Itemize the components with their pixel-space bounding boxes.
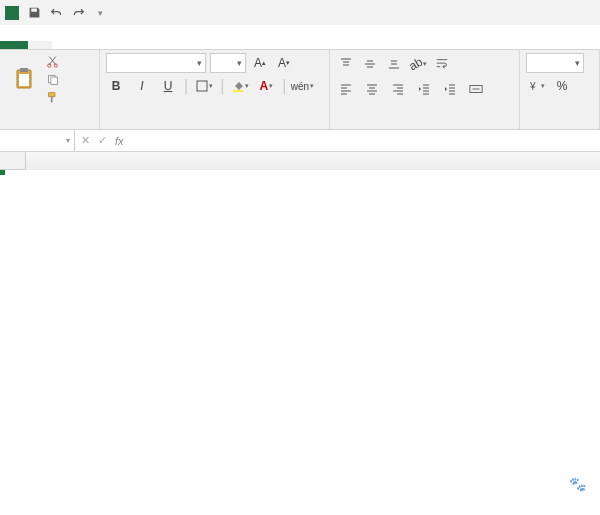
group-alignment: ab bbox=[330, 50, 520, 129]
name-box[interactable] bbox=[0, 130, 75, 151]
tab-data[interactable] bbox=[124, 41, 148, 49]
align-middle-button[interactable] bbox=[360, 54, 380, 74]
undo-icon[interactable] bbox=[49, 6, 63, 20]
clipboard-group-label bbox=[6, 125, 93, 129]
copy-icon bbox=[46, 73, 59, 86]
tab-review[interactable] bbox=[148, 41, 172, 49]
align-center-icon bbox=[366, 83, 378, 95]
indent-icon bbox=[444, 83, 456, 95]
active-cell-indicator bbox=[0, 170, 4, 174]
tab-vault[interactable] bbox=[196, 41, 220, 49]
grow-font-button[interactable]: A▴ bbox=[250, 53, 270, 73]
align-middle-icon bbox=[364, 58, 376, 70]
svg-rect-1 bbox=[20, 68, 28, 72]
tab-view[interactable] bbox=[172, 41, 196, 49]
paw-icon: 🐾 bbox=[569, 476, 586, 492]
tab-formula[interactable] bbox=[100, 41, 124, 49]
bucket-icon bbox=[232, 80, 244, 92]
italic-button[interactable]: I bbox=[132, 76, 152, 96]
paste-button[interactable] bbox=[6, 66, 42, 94]
svg-text:¥: ¥ bbox=[529, 81, 536, 92]
underline-button[interactable]: U bbox=[158, 76, 178, 96]
font-color-button[interactable]: A bbox=[256, 76, 276, 96]
format-painter-button[interactable] bbox=[46, 89, 62, 106]
fx-icon[interactable]: fx bbox=[115, 135, 124, 147]
align-bottom-button[interactable] bbox=[384, 54, 404, 74]
font-group-label bbox=[106, 125, 323, 129]
decrease-indent-button[interactable] bbox=[414, 79, 434, 99]
increase-indent-button[interactable] bbox=[440, 79, 460, 99]
clipboard-icon bbox=[12, 66, 36, 92]
border-button[interactable] bbox=[194, 76, 214, 96]
redo-icon[interactable] bbox=[71, 6, 85, 20]
tab-insert[interactable] bbox=[52, 41, 76, 49]
group-number: ¥ % bbox=[520, 50, 600, 129]
cancel-icon[interactable]: ✕ bbox=[81, 134, 90, 147]
svg-rect-7 bbox=[197, 81, 207, 91]
group-font: A▴ A▾ B I U | | A | wén bbox=[100, 50, 330, 129]
save-icon[interactable] bbox=[27, 6, 41, 20]
orientation-button[interactable]: ab bbox=[408, 54, 428, 74]
outdent-icon bbox=[418, 83, 430, 95]
wrap-icon bbox=[435, 57, 449, 71]
fill-color-button[interactable] bbox=[230, 76, 250, 96]
phonetic-button[interactable]: wén bbox=[292, 76, 312, 96]
copy-button[interactable] bbox=[46, 71, 62, 88]
ribbon-tabs bbox=[0, 25, 600, 50]
align-bottom-icon bbox=[388, 58, 400, 70]
enter-icon[interactable]: ✓ bbox=[98, 134, 107, 147]
excel-app-icon bbox=[5, 6, 19, 20]
align-group-label bbox=[336, 125, 513, 129]
align-top-button[interactable] bbox=[336, 54, 356, 74]
font-size-dropdown[interactable] bbox=[210, 53, 246, 73]
group-clipboard bbox=[0, 50, 100, 129]
accounting-format-button[interactable]: ¥ bbox=[526, 76, 546, 96]
formula-bar: ✕ ✓ fx bbox=[0, 130, 600, 152]
title-bar: ▾ bbox=[0, 0, 600, 25]
bold-button[interactable]: B bbox=[106, 76, 126, 96]
shrink-font-button[interactable]: A▾ bbox=[274, 53, 294, 73]
font-name-dropdown[interactable] bbox=[106, 53, 206, 73]
align-right-icon bbox=[392, 83, 404, 95]
merge-center-button[interactable] bbox=[466, 78, 489, 100]
merge-icon bbox=[469, 82, 483, 96]
number-format-dropdown[interactable] bbox=[526, 53, 584, 73]
number-group-label bbox=[526, 125, 593, 129]
svg-rect-8 bbox=[233, 90, 243, 92]
tab-home[interactable] bbox=[28, 41, 52, 49]
align-center-button[interactable] bbox=[362, 79, 382, 99]
border-icon bbox=[196, 80, 208, 92]
tab-file[interactable] bbox=[0, 41, 28, 49]
align-right-button[interactable] bbox=[388, 79, 408, 99]
tab-layout[interactable] bbox=[76, 41, 100, 49]
align-top-icon bbox=[340, 58, 352, 70]
wrap-text-button[interactable] bbox=[432, 53, 455, 75]
scissors-icon bbox=[46, 55, 59, 68]
select-all-corner[interactable] bbox=[0, 152, 26, 170]
svg-rect-6 bbox=[51, 77, 58, 84]
brush-icon bbox=[46, 91, 59, 104]
align-left-icon bbox=[340, 83, 352, 95]
align-left-button[interactable] bbox=[336, 79, 356, 99]
percent-button[interactable]: % bbox=[552, 76, 572, 96]
spreadsheet-grid[interactable] bbox=[0, 152, 600, 170]
svg-rect-2 bbox=[19, 74, 29, 86]
qat-customize-icon[interactable]: ▾ bbox=[93, 6, 107, 20]
currency-icon: ¥ bbox=[528, 80, 540, 92]
cut-button[interactable] bbox=[46, 53, 62, 70]
ribbon: A▴ A▾ B I U | | A | wén bbox=[0, 50, 600, 130]
